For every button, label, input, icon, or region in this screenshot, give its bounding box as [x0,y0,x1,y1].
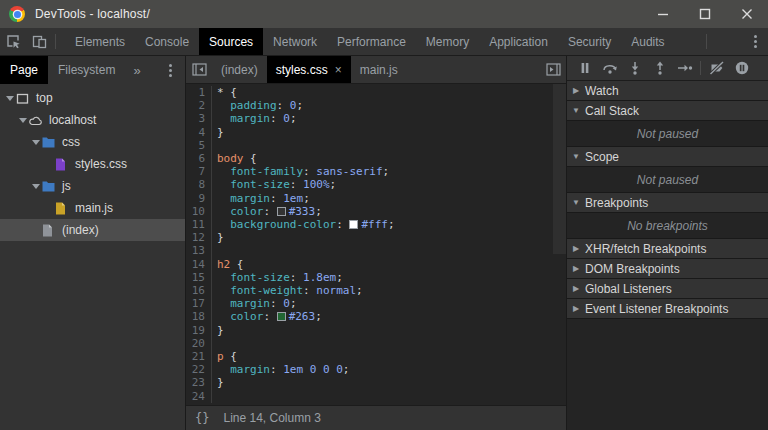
line-number[interactable]: 2 [186,99,212,112]
color-swatch[interactable] [349,220,358,229]
tab-filesystem[interactable]: Filesystem [48,56,125,84]
line-number[interactable]: 1 [186,86,212,99]
close-tab-icon[interactable]: × [335,64,342,76]
pause-button[interactable] [572,56,597,80]
step-button[interactable] [672,56,697,80]
inspect-element-button[interactable] [0,28,26,55]
line-number[interactable]: 13 [186,244,212,257]
line-number[interactable]: 6 [186,152,212,165]
color-swatch[interactable] [277,207,286,216]
line-number[interactable]: 15 [186,271,212,284]
token-val: 100% [303,178,330,191]
close-button[interactable] [726,0,768,28]
file-generic-icon [42,224,57,237]
section-header-scope[interactable]: ▼Scope [567,147,768,167]
code-line: 3 margin: 0; [186,112,566,125]
expand-arrow-icon: ▶ [567,86,585,95]
cursor-position: Line 14, Column 3 [223,411,320,425]
token-val: 1em 0 0 0 [283,363,343,376]
devtools-tabbar: ElementsConsoleSourcesNetworkPerformance… [65,28,675,55]
code-line-content: color: #263; [212,310,322,323]
section-header-call-stack[interactable]: ▼Call Stack [567,101,768,121]
tree-item-top[interactable]: top [0,87,185,109]
deactivate-breakpoints-button[interactable] [704,56,729,80]
main-menu-button[interactable] [742,28,768,55]
section-header-event-listener-breakpoints[interactable]: ▶Event Listener Breakpoints [567,299,768,319]
editor-tab-styles-css[interactable]: styles.css× [267,56,351,83]
code-line-content: h2 { [212,258,244,271]
expand-arrow-icon: ▶ [567,264,585,273]
tab-performance[interactable]: Performance [327,28,416,55]
pretty-print-icon[interactable]: {} [195,411,209,425]
maximize-button[interactable] [684,0,726,28]
line-number[interactable]: 18 [186,310,212,323]
code-line-content [212,390,217,403]
line-number[interactable]: 5 [186,139,212,152]
token-p: ; [383,165,390,178]
file-css-icon [55,158,70,171]
line-number[interactable]: 16 [186,284,212,297]
color-swatch[interactable] [277,312,286,321]
navigator-menu-button[interactable] [157,56,183,84]
line-number[interactable]: 21 [186,350,212,363]
line-number[interactable]: 9 [186,192,212,205]
step-out-button[interactable] [647,56,672,80]
code-line: 20 [186,337,566,350]
tree-item-main-js[interactable]: main.js [0,197,185,219]
line-number[interactable]: 19 [186,324,212,337]
navigator-panel: Page Filesystem » toplocalhostcssstyles.… [0,56,186,430]
tree-item-localhost[interactable]: localhost [0,109,185,131]
hide-navigator-button[interactable] [186,56,212,83]
pause-on-exceptions-button[interactable] [729,56,754,80]
editor-tab-index[interactable]: (index) [212,56,267,83]
section-title: Event Listener Breakpoints [585,302,728,316]
line-number[interactable]: 10 [186,205,212,218]
overflow-tabs-button[interactable]: » [125,56,148,84]
tree-item-css[interactable]: css [0,131,185,153]
tree-item-index[interactable]: (index) [0,219,185,241]
tab-network[interactable]: Network [263,28,327,55]
section-header-dom-breakpoints[interactable]: ▶DOM Breakpoints [567,259,768,279]
show-debugger-button[interactable] [540,56,566,83]
editor-tab-main-js[interactable]: main.js [351,56,407,83]
line-number[interactable]: 14 [186,258,212,271]
token-p: } [217,324,224,337]
line-number[interactable]: 22 [186,363,212,376]
minimize-button[interactable] [642,0,684,28]
line-number[interactable]: 12 [186,231,212,244]
line-number[interactable]: 24 [186,390,212,403]
tab-application[interactable]: Application [479,28,558,55]
code-line: 23} [186,376,566,389]
tab-elements[interactable]: Elements [65,28,135,55]
section-header-breakpoints[interactable]: ▼Breakpoints [567,193,768,213]
titlebar: DevTools - localhost/ [0,0,768,28]
tab-audits[interactable]: Audits [621,28,674,55]
line-number[interactable]: 11 [186,218,212,231]
editor-scrollbar[interactable] [553,84,566,254]
tab-sources[interactable]: Sources [199,28,263,55]
code-editor[interactable]: 1* {2 padding: 0;3 margin: 0;4}56body {7… [186,84,566,405]
line-number[interactable]: 7 [186,165,212,178]
tab-page[interactable]: Page [0,56,48,84]
line-number[interactable]: 23 [186,376,212,389]
step-over-button[interactable] [597,56,622,80]
tab-security[interactable]: Security [558,28,621,55]
section-title: Global Listeners [585,282,672,296]
tab-memory[interactable]: Memory [416,28,479,55]
line-number[interactable]: 4 [186,126,212,139]
tree-item-js[interactable]: js [0,175,185,197]
line-number[interactable]: 17 [186,297,212,310]
line-number[interactable]: 3 [186,112,212,125]
section-header-xhr-fetch-breakpoints[interactable]: ▶XHR/fetch Breakpoints [567,239,768,259]
step-into-button[interactable] [622,56,647,80]
code-line-content [212,337,217,350]
toggle-device-toolbar-button[interactable] [26,28,52,55]
section-header-watch[interactable]: ▶Watch [567,81,768,101]
tab-console[interactable]: Console [135,28,199,55]
section-header-global-listeners[interactable]: ▶Global Listeners [567,279,768,299]
line-number[interactable]: 20 [186,337,212,350]
code-line: 16 font-weight: normal; [186,284,566,297]
tabbar-spacer [407,56,540,83]
line-number[interactable]: 8 [186,178,212,191]
tree-item-styles-css[interactable]: styles.css [0,153,185,175]
